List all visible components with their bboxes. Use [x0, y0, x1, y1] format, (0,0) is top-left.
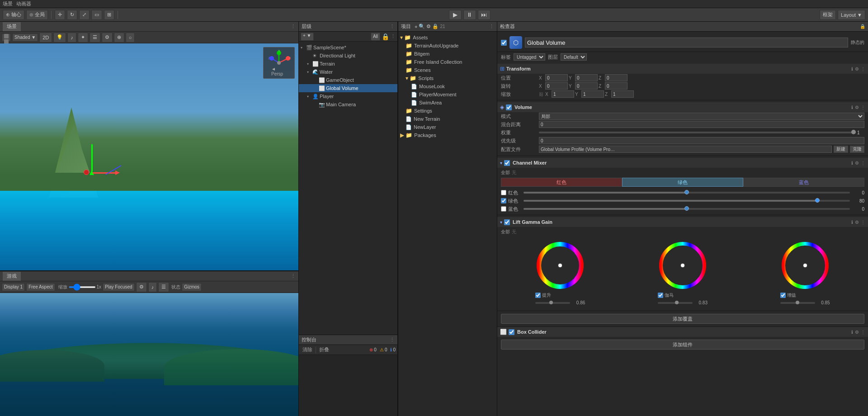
lgg-gear-icon[interactable]: ⚙ — [855, 220, 859, 225]
new-btn[interactable]: 新建 — [834, 146, 848, 153]
add-component-btn[interactable]: 添加组件 — [501, 340, 864, 350]
cm-red-thumb[interactable] — [684, 190, 689, 194]
project-item-settings[interactable]: 📁 Settings — [398, 107, 497, 115]
volume-info-icon[interactable]: ℹ — [851, 105, 853, 110]
cm-blue-thumb[interactable] — [684, 206, 689, 211]
cm-info-icon[interactable]: ℹ — [851, 161, 853, 165]
cm-green-track[interactable] — [524, 200, 850, 202]
weight-slider-track[interactable] — [539, 132, 856, 133]
project-settings-icon[interactable]: ⚙ — [426, 24, 431, 29]
mode-select[interactable]: 局部 — [539, 113, 864, 120]
tool-transform[interactable]: ⊞ — [104, 10, 114, 20]
cm-tab-green[interactable]: 绿色 — [622, 178, 743, 187]
layout-btn[interactable]: Layout ▼ — [838, 10, 865, 20]
weight-slider-thumb[interactable] — [851, 130, 856, 134]
transform-title-row[interactable]: ⊞ Transform ℹ ⚙ ⋮ — [497, 64, 868, 74]
scene-root-item[interactable]: ▾ 🎬 SampleScene* — [299, 43, 397, 52]
project-item-new-layer[interactable]: 📄 NewLayer — [398, 123, 497, 131]
project-item-playermovement[interactable]: 📄 PlayerMovement — [398, 90, 497, 99]
volume-menu-icon[interactable]: ⋮ — [861, 105, 865, 110]
menu-scene[interactable]: 场景 — [3, 0, 13, 7]
project-add-icon[interactable]: + — [415, 24, 417, 29]
lgg-toggle[interactable]: ℹ ⚙ ⋮ — [851, 220, 865, 225]
menu-animator[interactable]: 动画器 — [16, 0, 31, 7]
transform-toggle[interactable]: ℹ ⚙ ⋮ — [851, 66, 865, 71]
effects-btn[interactable]: ✦ — [78, 33, 88, 43]
gamma-checkbox[interactable] — [658, 293, 663, 298]
project-item-mouselook[interactable]: 📄 MouseLook — [398, 82, 497, 90]
tool-move[interactable]: ✛ — [55, 10, 65, 20]
lgg-enabled[interactable] — [504, 219, 510, 225]
game-tab[interactable]: 游戏 — [3, 272, 21, 281]
play-button[interactable]: ▶ — [449, 10, 462, 20]
volume-gear-icon[interactable]: ⚙ — [855, 105, 859, 110]
pos-z-input[interactable] — [605, 74, 627, 81]
scene-more-btn[interactable]: ⚙ — [102, 33, 113, 43]
scale-z-input[interactable] — [611, 90, 634, 98]
play-focused-dropdown[interactable]: Play Focused — [103, 283, 135, 291]
console-options[interactable]: ⋮ — [390, 337, 395, 343]
game-gizmos-dropdown[interactable]: Gizmos — [182, 283, 202, 291]
volume-toggle[interactable]: ℹ ⚙ ⋮ — [851, 105, 865, 110]
channel-mixer-toggle[interactable]: ℹ ⚙ ⋮ — [851, 161, 865, 165]
cm-red-track[interactable] — [524, 192, 850, 194]
project-options[interactable]: ⋮ — [489, 24, 494, 29]
scale-x-input[interactable] — [552, 90, 574, 98]
cm-tab-blue[interactable]: 蓝色 — [743, 178, 864, 187]
hierarchy-item-terrain[interactable]: ▾ ⬜ Terrain — [299, 60, 397, 68]
console-fold-btn[interactable]: 折叠 — [317, 346, 331, 353]
gamma-wheel[interactable] — [658, 241, 708, 290]
lift-checkbox[interactable] — [535, 293, 541, 298]
zoom-range[interactable] — [69, 286, 96, 288]
step-button[interactable]: ⏭ — [478, 10, 491, 20]
cm-gear-icon[interactable]: ⚙ — [855, 161, 859, 165]
game-options[interactable]: ⋮ — [291, 273, 296, 279]
gain-wheel[interactable] — [780, 241, 830, 290]
display-dropdown[interactable]: Display 1 — [2, 283, 25, 291]
scene-extra2[interactable]: ○ — [126, 33, 135, 43]
project-item-terrain-upgrade[interactable]: 📁 TerrainAutoUpgrade — [398, 42, 497, 50]
channel-mixer-enabled[interactable] — [504, 160, 510, 166]
hierarchy-all-dropdown[interactable]: All — [371, 33, 380, 41]
gv-active-checkbox[interactable] — [501, 40, 507, 46]
channel-mixer-title-row[interactable]: ▾ Channel Mixer ℹ ⚙ ⋮ — [497, 158, 868, 168]
scene-content[interactable]: X Y Z ◄ Persp — [0, 43, 298, 270]
bc-menu-icon[interactable]: ⋮ — [861, 330, 865, 335]
bc-info-icon[interactable]: ℹ — [851, 330, 853, 335]
game-stat-icon[interactable]: ☰ — [158, 282, 169, 292]
tool-rotate[interactable]: ↻ — [67, 10, 77, 20]
game-content[interactable] — [0, 293, 298, 416]
frame-btn[interactable]: 框架 — [820, 10, 836, 20]
gain-slider[interactable] — [780, 302, 815, 304]
layer-select[interactable]: Default — [561, 53, 587, 61]
lgg-title-row[interactable]: ▾ Lift Gamma Gain ℹ ⚙ ⋮ — [497, 217, 868, 227]
audio-btn[interactable]: ♪ — [67, 33, 76, 43]
project-item-new-terrain[interactable]: 📄 New Terrain — [398, 115, 497, 123]
project-item-scripts[interactable]: ▾ 📁 Scripts — [398, 74, 497, 82]
blend-input[interactable] — [539, 121, 864, 128]
project-item-assets[interactable]: ▾ 📁 Assets — [398, 33, 497, 42]
scene-gizmos-btn[interactable]: ☰ — [90, 33, 100, 43]
cm-tab-red[interactable]: 红色 — [501, 178, 622, 187]
cm-menu-icon[interactable]: ⋮ — [861, 161, 865, 165]
pos-y-input[interactable] — [575, 74, 598, 81]
hierarchy-item-water[interactable]: ▾ 🌊 Water — [299, 68, 397, 76]
lgg-info-icon[interactable]: ℹ — [851, 220, 853, 225]
add-override-btn[interactable]: 添加覆盖 — [501, 314, 864, 324]
rot-z-input[interactable] — [605, 82, 627, 90]
hierarchy-item-directional-light[interactable]: ☀ Directional Light — [299, 52, 397, 60]
aspect-dropdown[interactable]: Free Aspect — [26, 283, 55, 291]
hierarchy-item-global-volume[interactable]: ⬜ Global Volume — [299, 84, 397, 92]
lift-slider[interactable] — [535, 302, 570, 304]
scene-extra1[interactable]: ⊕ — [114, 33, 124, 43]
cm-green-checkbox[interactable] — [501, 198, 506, 203]
pause-button[interactable]: ⏸ — [463, 10, 476, 20]
scene-options[interactable]: ⋮ — [291, 24, 296, 29]
volume-title-row[interactable]: ◈ Volume ℹ ⚙ ⋮ — [497, 102, 868, 112]
project-item-packages[interactable]: ▶ 📁 Packages — [398, 131, 497, 139]
project-search-icon[interactable]: 🔍 — [419, 24, 425, 29]
hierarchy-item-player[interactable]: ▾ 👤 Player — [299, 92, 397, 100]
box-collider-toggle[interactable]: ℹ ⚙ ⋮ — [851, 330, 865, 335]
cm-blue-checkbox[interactable] — [501, 206, 506, 212]
bc-gear-icon[interactable]: ⚙ — [855, 330, 859, 335]
